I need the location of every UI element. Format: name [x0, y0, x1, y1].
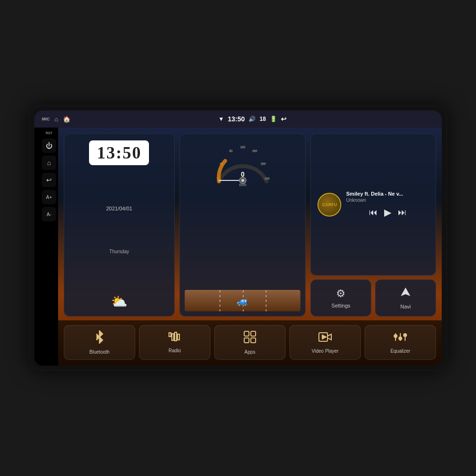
top-section: 13:50 2021/04/01 Thursday ⛅	[58, 128, 442, 320]
svg-point-29	[404, 334, 407, 337]
svg-rect-20	[251, 338, 256, 343]
car-stereo-device: MIC ⌂ 🏠 ▼ 13:50 🔊 18 🔋 ↩ RST ⏻ ⌂ ↩ A+ A-	[29, 105, 447, 371]
back-icon[interactable]: ↩	[281, 115, 287, 123]
speedometer-widget: 0 40 80 120 160 200 240	[179, 133, 306, 317]
bluetooth-label: Bluetooth	[89, 349, 109, 355]
svg-rect-16	[178, 334, 179, 340]
gauge-svg: 0 40 80 120 160 200 240	[212, 139, 274, 191]
svg-point-27	[399, 337, 402, 340]
play-button[interactable]: ▶	[384, 207, 391, 218]
clock-widget: 13:50 2021/04/01 Thursday ⛅	[64, 133, 175, 317]
video-icon	[318, 331, 332, 346]
svg-text:240: 240	[265, 177, 270, 180]
back-side-button[interactable]: ↩	[42, 173, 56, 187]
rst-label: RST	[46, 131, 52, 135]
car-icon: 🚙	[237, 295, 248, 307]
main-content: 13:50 2021/04/01 Thursday ⛅	[58, 128, 442, 366]
dock-item-equalizer[interactable]: Equalizer	[365, 325, 436, 360]
screen: MIC ⌂ 🏠 ▼ 13:50 🔊 18 🔋 ↩ RST ⏻ ⌂ ↩ A+ A-	[34, 110, 442, 366]
settings-button[interactable]: ⚙ Settings	[310, 279, 371, 317]
music-title: Smiley ft. Delia - Ne v...	[346, 191, 429, 197]
svg-rect-13	[169, 333, 171, 337]
volume-icon: 🔊	[248, 116, 256, 122]
dock-item-radio[interactable]: Radio	[139, 325, 210, 360]
road-bg: 🚙	[185, 290, 300, 311]
side-panel: RST ⏻ ⌂ ↩ A+ A-	[40, 128, 58, 366]
svg-rect-15	[175, 332, 177, 341]
svg-point-25	[394, 335, 397, 337]
svg-text:200: 200	[261, 162, 266, 165]
battery-icon: 🔋	[270, 116, 277, 122]
vol-down-button[interactable]: A-	[42, 207, 56, 221]
svg-text:160: 160	[252, 149, 258, 152]
vol-up-button[interactable]: A+	[42, 190, 56, 204]
settings-icon: ⚙	[336, 288, 346, 300]
bottom-dock: Bluetooth Radio	[58, 320, 442, 366]
wifi-icon: ▼	[218, 116, 224, 122]
navi-label: Navi	[400, 304, 411, 309]
bluetooth-icon	[93, 330, 106, 347]
svg-marker-12	[401, 288, 410, 296]
svg-rect-18	[251, 331, 256, 336]
gauge-container: 0 40 80 120 160 200 240	[212, 139, 274, 191]
svg-rect-17	[244, 331, 249, 336]
settings-label: Settings	[331, 303, 350, 308]
road-scene: 🚙	[185, 285, 300, 311]
apps-icon	[243, 330, 257, 347]
clock-day: Thursday	[109, 249, 129, 254]
weather-icon: ⛅	[111, 294, 128, 309]
music-info-card: CARFU Smiley ft. Delia - Ne v... Unknown…	[310, 133, 436, 276]
clock-time: 13:50	[97, 144, 141, 161]
svg-text:km/h: km/h	[239, 183, 246, 187]
music-text: Smiley ft. Delia - Ne v... Unknown ⏮ ▶ ⏭	[346, 191, 429, 218]
status-time: 13:50	[228, 115, 245, 123]
music-artist: Unknown	[346, 198, 429, 203]
equalizer-label: Equalizer	[390, 348, 410, 354]
navi-button[interactable]: Navi	[375, 279, 436, 317]
settings-navi-row: ⚙ Settings Navi	[310, 279, 436, 317]
svg-text:120: 120	[240, 146, 246, 149]
apps-label: Apps	[245, 349, 256, 355]
navi-icon	[400, 287, 411, 301]
album-label: CARFU	[322, 202, 337, 207]
home-filled-icon[interactable]: 🏠	[63, 116, 70, 123]
dock-item-bluetooth[interactable]: Bluetooth	[64, 325, 135, 360]
road-line-left	[219, 290, 220, 311]
clock-display: 13:50	[89, 140, 149, 165]
music-controls: ⏮ ▶ ⏭	[346, 207, 429, 218]
dock-item-video-player[interactable]: Video Player	[289, 325, 361, 360]
svg-marker-22	[327, 334, 331, 340]
status-center: ▼ 13:50 🔊 18 🔋 ↩	[218, 115, 287, 123]
svg-text:0: 0	[241, 170, 245, 178]
power-button[interactable]: ⏻	[42, 139, 56, 153]
clock-date: 2021/04/01	[106, 206, 132, 211]
radio-icon	[168, 332, 181, 345]
road-line-right	[266, 290, 267, 311]
svg-rect-14	[172, 334, 174, 340]
music-section: CARFU Smiley ft. Delia - Ne v... Unknown…	[310, 133, 436, 317]
svg-rect-19	[244, 338, 249, 343]
svg-marker-23	[322, 335, 326, 339]
radio-label: Radio	[169, 348, 181, 353]
equalizer-icon	[394, 331, 407, 346]
mic-label: MIC	[42, 117, 50, 121]
prev-button[interactable]: ⏮	[369, 208, 377, 218]
home-side-button[interactable]: ⌂	[42, 156, 56, 170]
status-left: MIC ⌂ 🏠	[42, 116, 70, 123]
svg-text:80: 80	[229, 149, 232, 152]
status-bar: MIC ⌂ 🏠 ▼ 13:50 🔊 18 🔋 ↩	[34, 110, 442, 128]
svg-point-9	[241, 179, 244, 182]
home-icon[interactable]: ⌂	[55, 116, 59, 123]
video-player-label: Video Player	[312, 348, 339, 354]
album-art: CARFU	[317, 193, 341, 217]
dock-item-apps[interactable]: Apps	[214, 325, 286, 360]
volume-level: 18	[259, 116, 266, 122]
next-button[interactable]: ⏭	[398, 208, 407, 218]
